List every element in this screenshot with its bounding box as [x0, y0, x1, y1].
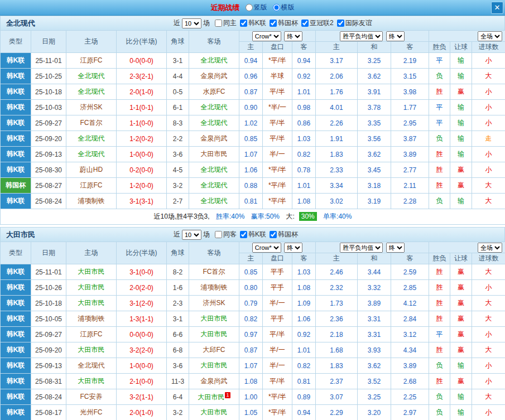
- home-team: FC首尔: [66, 115, 117, 131]
- handicap-line: 半/一: [263, 358, 292, 374]
- vertical-radio[interactable]: [246, 4, 253, 11]
- goals-result-label: 大: [472, 389, 505, 405]
- result-label: 胜: [429, 311, 450, 327]
- close-button[interactable]: ✕: [491, 2, 503, 14]
- avg-draw-odds: 3.93: [358, 342, 391, 358]
- recent-count-select[interactable]: 10: [182, 230, 201, 240]
- away-team: 金泉尚武: [189, 69, 239, 84]
- avg-type-select[interactable]: 胜平负均值: [340, 31, 383, 41]
- col-score-header: 比分(半场): [117, 31, 167, 53]
- league-badge: 韩K联: [1, 162, 31, 178]
- layout-horizontal-option[interactable]: 横版: [273, 3, 295, 12]
- odds-company-select[interactable]: Crow*: [252, 243, 281, 253]
- avg-draw-odds: 3.62: [358, 358, 391, 374]
- avg-away-odds: 3.87: [391, 131, 429, 147]
- filter-option[interactable]: 同客: [215, 230, 237, 239]
- result-label: 胜: [429, 147, 450, 162]
- red-card-badge: 1: [225, 392, 230, 398]
- result-label: 平: [429, 53, 450, 69]
- handicap-away-odds: 0.92: [292, 69, 316, 84]
- horizontal-radio[interactable]: [273, 4, 280, 11]
- odds-time-select[interactable]: 终: [284, 31, 302, 41]
- away-team: 全北现代: [189, 162, 239, 178]
- vertical-radio-label: 竖版: [254, 3, 267, 12]
- avg-time-select[interactable]: 终: [386, 31, 405, 41]
- goals-result-label: 小: [472, 327, 505, 342]
- corner-score: 4-4: [167, 69, 189, 84]
- match-row: 韩K联25-11-01江原FC0-0(0-0)3-1全北现代0.94*平/半0.…: [1, 53, 505, 69]
- result-label: 负: [429, 358, 450, 374]
- corner-score: 3-6: [167, 358, 189, 374]
- home-team: 江原FC: [66, 53, 117, 69]
- handicap-away-odds: 1.08: [292, 280, 316, 296]
- match-date: 25-09-20: [31, 342, 66, 358]
- table-header-row-1: 类型 日期 主场 比分(半场) 角球 客场 Crow* 终 胜平负均值 终: [1, 31, 505, 42]
- handicap-line: 平手: [263, 311, 292, 327]
- result-label: 负: [429, 69, 450, 84]
- single-rate: 单率:40%: [323, 213, 352, 220]
- avg-home-odds: 3.34: [316, 178, 358, 194]
- avg-time-select[interactable]: 终: [386, 243, 405, 253]
- handicap-home-odds: 0.85: [239, 131, 263, 147]
- avg-type-select[interactable]: 胜平负均值: [340, 243, 383, 253]
- filter-checkbox[interactable]: [215, 20, 222, 27]
- match-date: 25-10-18: [31, 296, 66, 311]
- home-team: 大田市民: [66, 374, 117, 389]
- filter-option[interactable]: 韩K联: [240, 230, 266, 239]
- odds-time-select[interactable]: 终: [284, 243, 302, 253]
- goals-result-label: 走: [472, 131, 505, 147]
- corner-score: 3-6: [167, 147, 189, 162]
- league-badge: 韩K联: [1, 147, 31, 162]
- filter-option[interactable]: 韩K联: [240, 18, 266, 28]
- home-team-section: 全北现代 近 10 场 同主韩K联韩国杯亚冠联2国际友谊 类型 日期: [0, 16, 505, 225]
- recent-count-select[interactable]: 10: [182, 18, 201, 28]
- handicap-selects-cell: Crow* 终: [239, 242, 316, 253]
- filter-checkbox[interactable]: [215, 231, 222, 238]
- avg-home-odds: 3.17: [316, 53, 358, 69]
- filter-option[interactable]: 韩国杯: [270, 230, 298, 239]
- filter-option[interactable]: 亚冠联2: [301, 18, 334, 28]
- col-date-header: 日期: [31, 31, 66, 53]
- corner-score: 4-5: [167, 162, 189, 178]
- result-label: 胜: [429, 280, 450, 296]
- avg-away-odds: 3.12: [391, 327, 429, 342]
- filter-checkbox[interactable]: [270, 20, 277, 27]
- filter-option-label: 韩K联: [248, 18, 266, 28]
- filter-checkbox[interactable]: [240, 20, 247, 27]
- handicap-result-label: 输: [450, 194, 472, 209]
- handicap-home-odds: 0.79: [239, 296, 263, 311]
- handicap-line: 半/一: [263, 342, 292, 358]
- layout-vertical-option[interactable]: 竖版: [246, 3, 267, 12]
- scope-select[interactable]: 全场: [478, 31, 502, 41]
- avg-draw-odds: 3.35: [358, 115, 391, 131]
- handicap-result-label: 输: [450, 405, 472, 420]
- filter-option[interactable]: 国际友谊: [337, 18, 372, 28]
- col-date-header: 日期: [31, 242, 66, 264]
- match-date: 25-10-25: [31, 69, 66, 84]
- matches-table: 类型 日期 主场 比分(半场) 角球 客场 Crow* 终 胜平负均值 终: [0, 30, 505, 225]
- filter-checkbox[interactable]: [337, 20, 344, 27]
- section-header: 大田市民 近 10 场 同客韩K联韩国杯: [0, 227, 505, 242]
- avg-home-odds: 2.36: [316, 311, 358, 327]
- match-filters: 近 10 场 同客韩K联韩国杯: [174, 230, 298, 240]
- avg-away-odds: 2.59: [391, 264, 429, 280]
- avg-home-odds: 1.76: [316, 84, 358, 100]
- score: 2-0(1-0): [117, 84, 167, 100]
- league-badge: 韩K联: [1, 311, 31, 327]
- score: 3-2(2-0): [117, 342, 167, 358]
- league-badge: 韩K联: [1, 194, 31, 209]
- filter-checkbox[interactable]: [301, 20, 309, 27]
- corner-score: 3-2: [167, 405, 189, 420]
- goals-result-label: 大: [472, 342, 505, 358]
- filter-option[interactable]: 同主: [215, 18, 237, 28]
- avg-draw-odds: 3.91: [358, 84, 391, 100]
- scope-select[interactable]: 全场: [478, 243, 502, 253]
- filter-checkbox[interactable]: [270, 231, 277, 238]
- home-team: 蔚山HD: [66, 162, 117, 178]
- col-result-header: 胜负: [429, 42, 450, 53]
- filter-option[interactable]: 韩国杯: [270, 18, 298, 28]
- avg-away-odds: 2.77: [391, 162, 429, 178]
- odds-company-select[interactable]: Crow*: [252, 31, 281, 41]
- score: 1-0(0-0): [117, 147, 167, 162]
- filter-checkbox[interactable]: [240, 231, 247, 238]
